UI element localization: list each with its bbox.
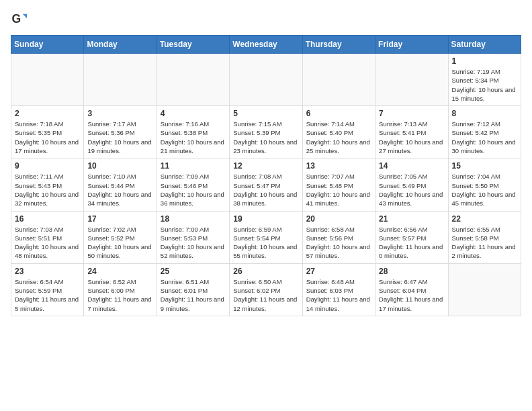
day-number: 10 — [87, 161, 152, 171]
calendar-cell — [84, 54, 157, 106]
calendar-cell: 25Sunrise: 6:51 AM Sunset: 6:01 PM Dayli… — [157, 263, 229, 316]
day-number: 13 — [306, 161, 371, 171]
calendar-cell: 24Sunrise: 6:52 AM Sunset: 6:00 PM Dayli… — [84, 263, 157, 316]
day-info: Sunrise: 7:12 AM Sunset: 5:42 PM Dayligh… — [452, 120, 517, 155]
day-number: 25 — [161, 267, 226, 276]
calendar-cell — [11, 54, 84, 106]
day-info: Sunrise: 6:52 AM Sunset: 6:00 PM Dayligh… — [87, 277, 152, 313]
day-info: Sunrise: 6:58 AM Sunset: 5:56 PM Dayligh… — [306, 225, 371, 261]
day-number: 5 — [233, 109, 298, 118]
logo-icon: G — [11, 11, 27, 27]
calendar-week-3: 9Sunrise: 7:11 AM Sunset: 5:43 PM Daylig… — [11, 158, 521, 211]
calendar-week-2: 2Sunrise: 7:18 AM Sunset: 5:35 PM Daylig… — [11, 106, 521, 158]
day-number: 23 — [15, 267, 80, 276]
calendar-week-4: 16Sunrise: 7:03 AM Sunset: 5:51 PM Dayli… — [11, 211, 521, 263]
calendar-cell: 28Sunrise: 6:47 AM Sunset: 6:04 PM Dayli… — [375, 263, 448, 316]
day-info: Sunrise: 7:02 AM Sunset: 5:52 PM Dayligh… — [87, 225, 152, 261]
day-info: Sunrise: 7:07 AM Sunset: 5:48 PM Dayligh… — [306, 172, 371, 208]
day-info: Sunrise: 7:14 AM Sunset: 5:40 PM Dayligh… — [306, 120, 371, 155]
day-number: 16 — [15, 214, 80, 224]
day-info: Sunrise: 7:19 AM Sunset: 5:34 PM Dayligh… — [452, 67, 517, 103]
day-info: Sunrise: 7:05 AM Sunset: 5:49 PM Dayligh… — [379, 172, 444, 208]
day-info: Sunrise: 7:03 AM Sunset: 5:51 PM Dayligh… — [15, 225, 80, 261]
day-info: Sunrise: 6:50 AM Sunset: 6:02 PM Dayligh… — [233, 277, 298, 313]
calendar-cell: 23Sunrise: 6:54 AM Sunset: 5:59 PM Dayli… — [11, 263, 84, 316]
calendar-cell: 10Sunrise: 7:10 AM Sunset: 5:44 PM Dayli… — [84, 158, 157, 211]
day-info: Sunrise: 7:15 AM Sunset: 5:39 PM Dayligh… — [233, 120, 298, 155]
weekday-thursday: Thursday — [302, 36, 375, 54]
day-info: Sunrise: 6:51 AM Sunset: 6:01 PM Dayligh… — [161, 277, 226, 313]
calendar-cell: 14Sunrise: 7:05 AM Sunset: 5:49 PM Dayli… — [375, 158, 448, 211]
day-info: Sunrise: 7:04 AM Sunset: 5:50 PM Dayligh… — [452, 172, 517, 208]
weekday-header-row: SundayMondayTuesdayWednesdayThursdayFrid… — [11, 36, 521, 54]
svg-text:G: G — [12, 12, 21, 26]
calendar-cell: 18Sunrise: 7:00 AM Sunset: 5:53 PM Dayli… — [157, 211, 229, 263]
day-info: Sunrise: 6:54 AM Sunset: 5:59 PM Dayligh… — [15, 277, 80, 313]
day-number: 18 — [161, 214, 226, 224]
day-number: 7 — [379, 109, 444, 118]
day-number: 1 — [452, 56, 517, 66]
calendar-cell: 19Sunrise: 6:59 AM Sunset: 5:54 PM Dayli… — [230, 211, 302, 263]
day-number: 28 — [379, 267, 444, 276]
calendar-cell: 17Sunrise: 7:02 AM Sunset: 5:52 PM Dayli… — [84, 211, 157, 263]
calendar-cell: 11Sunrise: 7:09 AM Sunset: 5:46 PM Dayli… — [157, 158, 229, 211]
day-number: 12 — [233, 161, 298, 171]
page-header: G — [11, 11, 521, 27]
calendar-cell: 16Sunrise: 7:03 AM Sunset: 5:51 PM Dayli… — [11, 211, 84, 263]
day-number: 24 — [87, 267, 152, 276]
calendar-cell — [448, 263, 521, 316]
weekday-monday: Monday — [84, 36, 157, 54]
day-info: Sunrise: 7:08 AM Sunset: 5:47 PM Dayligh… — [233, 172, 298, 208]
day-number: 2 — [15, 109, 80, 118]
day-number: 11 — [161, 161, 226, 171]
day-number: 3 — [87, 109, 152, 118]
calendar-cell: 8Sunrise: 7:12 AM Sunset: 5:42 PM Daylig… — [448, 106, 521, 158]
calendar-cell: 9Sunrise: 7:11 AM Sunset: 5:43 PM Daylig… — [11, 158, 84, 211]
calendar-cell: 12Sunrise: 7:08 AM Sunset: 5:47 PM Dayli… — [230, 158, 302, 211]
calendar-cell: 6Sunrise: 7:14 AM Sunset: 5:40 PM Daylig… — [302, 106, 375, 158]
calendar-cell: 26Sunrise: 6:50 AM Sunset: 6:02 PM Dayli… — [230, 263, 302, 316]
day-info: Sunrise: 7:00 AM Sunset: 5:53 PM Dayligh… — [161, 225, 226, 261]
day-number: 21 — [379, 214, 444, 224]
day-info: Sunrise: 6:47 AM Sunset: 6:04 PM Dayligh… — [379, 277, 444, 313]
day-info: Sunrise: 7:10 AM Sunset: 5:44 PM Dayligh… — [87, 172, 152, 208]
day-number: 14 — [379, 161, 444, 171]
weekday-saturday: Saturday — [448, 36, 521, 54]
day-info: Sunrise: 7:11 AM Sunset: 5:43 PM Dayligh… — [15, 172, 80, 208]
calendar-cell: 1Sunrise: 7:19 AM Sunset: 5:34 PM Daylig… — [448, 54, 521, 106]
calendar-cell: 7Sunrise: 7:13 AM Sunset: 5:41 PM Daylig… — [375, 106, 448, 158]
logo: G — [11, 11, 30, 27]
day-number: 15 — [452, 161, 517, 171]
day-number: 19 — [233, 214, 298, 224]
day-number: 6 — [306, 109, 371, 118]
day-info: Sunrise: 7:09 AM Sunset: 5:46 PM Dayligh… — [161, 172, 226, 208]
calendar-cell: 3Sunrise: 7:17 AM Sunset: 5:36 PM Daylig… — [84, 106, 157, 158]
calendar-week-5: 23Sunrise: 6:54 AM Sunset: 5:59 PM Dayli… — [11, 263, 521, 316]
svg-marker-1 — [23, 14, 27, 18]
day-number: 9 — [15, 161, 80, 171]
day-info: Sunrise: 6:48 AM Sunset: 6:03 PM Dayligh… — [306, 277, 371, 313]
day-info: Sunrise: 7:16 AM Sunset: 5:38 PM Dayligh… — [161, 120, 226, 155]
calendar-cell: 5Sunrise: 7:15 AM Sunset: 5:39 PM Daylig… — [230, 106, 302, 158]
day-info: Sunrise: 6:55 AM Sunset: 5:58 PM Dayligh… — [452, 225, 517, 261]
weekday-wednesday: Wednesday — [230, 36, 302, 54]
calendar-cell: 2Sunrise: 7:18 AM Sunset: 5:35 PM Daylig… — [11, 106, 84, 158]
day-number: 20 — [306, 214, 371, 224]
calendar-week-1: 1Sunrise: 7:19 AM Sunset: 5:34 PM Daylig… — [11, 54, 521, 106]
calendar-cell: 21Sunrise: 6:56 AM Sunset: 5:57 PM Dayli… — [375, 211, 448, 263]
calendar-cell — [375, 54, 448, 106]
calendar-cell: 4Sunrise: 7:16 AM Sunset: 5:38 PM Daylig… — [157, 106, 229, 158]
day-number: 22 — [452, 214, 517, 224]
calendar-cell — [230, 54, 302, 106]
calendar-cell: 27Sunrise: 6:48 AM Sunset: 6:03 PM Dayli… — [302, 263, 375, 316]
day-info: Sunrise: 7:17 AM Sunset: 5:36 PM Dayligh… — [87, 120, 152, 155]
calendar-cell: 13Sunrise: 7:07 AM Sunset: 5:48 PM Dayli… — [302, 158, 375, 211]
weekday-friday: Friday — [375, 36, 448, 54]
calendar-table: SundayMondayTuesdayWednesdayThursdayFrid… — [11, 35, 521, 316]
day-info: Sunrise: 6:56 AM Sunset: 5:57 PM Dayligh… — [379, 225, 444, 261]
day-number: 27 — [306, 267, 371, 276]
day-number: 17 — [87, 214, 152, 224]
weekday-tuesday: Tuesday — [157, 36, 229, 54]
calendar-cell: 22Sunrise: 6:55 AM Sunset: 5:58 PM Dayli… — [448, 211, 521, 263]
day-number: 26 — [233, 267, 298, 276]
